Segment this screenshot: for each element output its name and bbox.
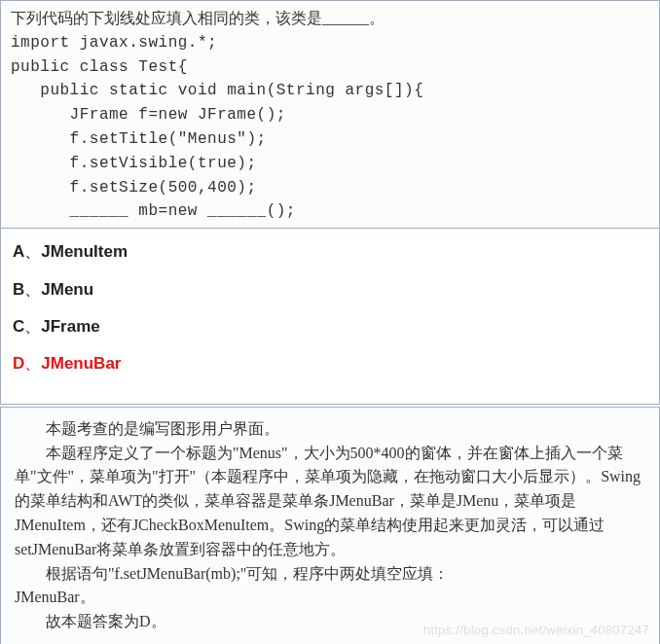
option-text: JMenu xyxy=(41,280,93,299)
code-line-7: f.setSize(500,400); xyxy=(11,176,649,200)
options-block: A、JMenuItem B、JMenu C、JFrame D、JMenuBar xyxy=(0,229,660,405)
option-c[interactable]: C、JFrame xyxy=(13,317,647,337)
explanation-block: 本题考查的是编写图形用户界面。 本题程序定义了一个标题为"Menus"，大小为5… xyxy=(0,407,660,644)
option-letter: C xyxy=(13,317,24,336)
code-line-5: f.setTitle("Menus"); xyxy=(11,127,649,152)
code-line-4: JFrame f=new JFrame(); xyxy=(11,103,649,127)
option-separator: 、 xyxy=(24,242,41,261)
option-separator: 、 xyxy=(24,317,41,336)
watermark-text: https://blog.csdn.net/weixin_40807247 xyxy=(423,621,649,640)
option-text: JMenuBar xyxy=(41,354,121,373)
code-line-8: ______ mb=new ______(); xyxy=(11,199,649,224)
question-prompt: 下列代码的下划线处应填入相同的类，该类是______。 xyxy=(11,7,649,31)
code-line-1: import javax.swing.*; xyxy=(11,31,649,55)
code-line-3: public static void main(String args[]){ xyxy=(11,79,649,103)
explanation-para-2: 本题程序定义了一个标题为"Menus"，大小为500*400的窗体，并在窗体上插… xyxy=(15,442,645,562)
option-d[interactable]: D、JMenuBar xyxy=(13,354,647,374)
option-letter: A xyxy=(13,242,24,261)
option-text: JMenuItem xyxy=(41,242,128,261)
question-code-block: 下列代码的下划线处应填入相同的类，该类是______。 import javax… xyxy=(0,0,660,229)
option-b[interactable]: B、JMenu xyxy=(13,280,647,300)
explanation-para-3b: JMenuBar。 xyxy=(15,586,645,610)
explanation-para-3a: 根据语句"f.setJMenuBar(mb);"可知，程序中两处填空应填： xyxy=(15,562,645,587)
option-letter: B xyxy=(13,280,24,299)
option-text: JFrame xyxy=(41,317,99,336)
option-separator: 、 xyxy=(24,354,41,373)
code-line-2: public class Test{ xyxy=(11,55,649,80)
option-a[interactable]: A、JMenuItem xyxy=(13,242,647,262)
explanation-para-1: 本题考查的是编写图形用户界面。 xyxy=(15,417,645,442)
code-line-6: f.setVisible(true); xyxy=(11,152,649,176)
option-letter: D xyxy=(13,354,24,373)
option-separator: 、 xyxy=(24,280,41,299)
